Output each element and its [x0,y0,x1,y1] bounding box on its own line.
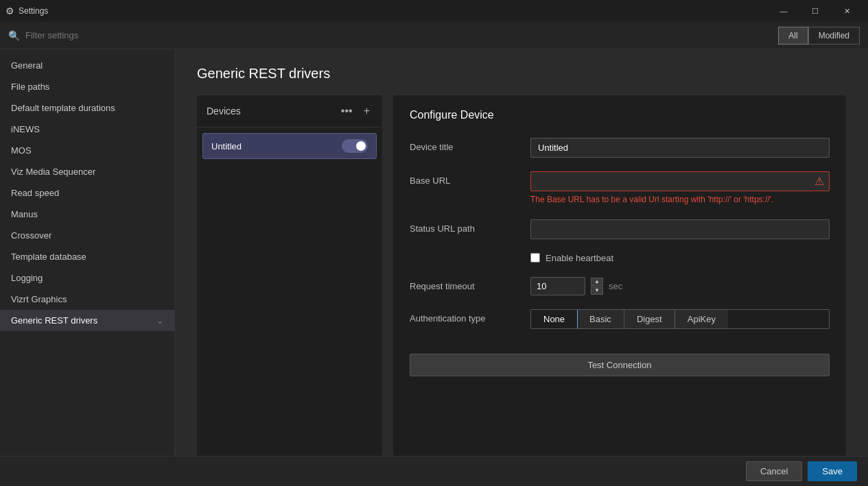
auth-type-label: Authentication type [410,309,519,324]
sidebar-item-logging[interactable]: Logging [0,267,174,289]
timeout-input[interactable] [530,277,585,295]
test-connection-button[interactable]: Test Connection [410,354,830,376]
devices-title: Devices [207,106,241,117]
heartbeat-label: Enable heartbeat [546,253,613,263]
timeout-unit: sec [609,281,622,291]
sidebar-item-label: Generic REST drivers [11,315,97,326]
sidebar-item-label: MOS [11,145,32,156]
configure-panel: Configure Device Device title Base URL ⚠ [393,95,846,456]
sidebar-item-general[interactable]: General [0,55,174,76]
base-url-input[interactable] [530,171,830,191]
auth-basic-button[interactable]: Basic [577,310,624,328]
auth-type-control: None Basic Digest ApiKey [530,309,830,329]
auth-type-buttons: None Basic Digest ApiKey [530,309,830,329]
status-url-path-row: Status URL path [410,219,830,239]
sidebar-item-template-database[interactable]: Template database [0,246,174,267]
sidebar-item-default-template-durations[interactable]: Default template durations [0,97,174,119]
spinner-up-button[interactable]: ▲ [591,278,603,286]
base-url-control: ⚠ The Base URL has to be a valid Url sta… [530,171,830,206]
cancel-button[interactable]: Cancel [746,461,802,481]
request-timeout-row: Request timeout ▲ ▼ sec [410,277,830,295]
sidebar-item-label: iNEWS [11,124,40,134]
close-button[interactable]: ✕ [831,0,863,22]
device-toggle[interactable] [342,139,368,153]
request-timeout-control: ▲ ▼ sec [530,277,830,295]
number-input-wrapper: ▲ ▼ sec [530,277,830,295]
base-url-label: Base URL [410,171,519,186]
base-url-error: The Base URL has to be a valid Url start… [530,194,830,206]
content-area: Generic REST drivers Devices ••• + Untit… [175,49,868,456]
sidebar-item-crossover[interactable]: Crossover [0,225,174,246]
sidebar-item-label: Default template durations [11,103,115,113]
configure-title: Configure Device [410,109,830,121]
page-title: Generic REST drivers [197,66,846,82]
search-bar: 🔍 All Modified [0,22,868,49]
minimize-button[interactable]: — [768,0,799,22]
filter-modified-button[interactable]: Modified [808,27,860,45]
spinner-buttons: ▲ ▼ [591,278,603,295]
status-url-label: Status URL path [410,219,519,234]
sidebar-item-label: Template database [11,252,86,262]
auth-none-button[interactable]: None [530,309,578,329]
devices-panel: Devices ••• + Untitled [197,95,382,456]
auth-type-row: Authentication type None Basic Digest Ap… [410,309,830,329]
device-title-input[interactable] [530,138,830,158]
sidebar-item-inews[interactable]: iNEWS [0,119,174,140]
url-input-wrapper: ⚠ [530,171,830,191]
footer: Cancel Save [0,456,868,486]
status-url-control [530,219,830,239]
auth-digest-button[interactable]: Digest [624,310,675,328]
sidebar-item-label: Read speed [11,188,59,198]
title-bar: ⚙ Settings — ☐ ✕ [0,0,868,22]
maximize-button[interactable]: ☐ [799,0,831,22]
heartbeat-control: Enable heartbeat [530,253,830,263]
device-title-control [530,138,830,158]
status-url-input[interactable] [530,219,830,239]
main-layout: General File paths Default template dura… [0,49,868,456]
devices-configure-layout: Devices ••• + Untitled [197,95,846,456]
sidebar-item-label: Viz Media Sequencer [11,167,95,177]
device-title-label: Device title [410,138,519,152]
search-input[interactable] [25,30,773,40]
sidebar-item-mos[interactable]: MOS [0,140,174,161]
title-bar-title: Settings [19,6,48,16]
heartbeat-spacer [410,253,519,257]
sidebar-item-label: Crossover [11,230,51,241]
sidebar-item-generic-rest-drivers[interactable]: Generic REST drivers ⌄ [0,310,174,331]
sidebar-item-label: General [11,60,43,71]
sidebar-item-label: Manus [11,209,38,219]
spinner-down-button[interactable]: ▼ [591,287,603,295]
save-button[interactable]: Save [808,461,857,481]
device-title-row: Device title [410,138,830,158]
toggle-track [342,139,368,153]
list-item[interactable]: Untitled [202,133,377,159]
devices-header: Devices ••• + [197,95,382,127]
search-icon: 🔍 [8,30,20,41]
sidebar-item-label: File paths [11,82,49,92]
settings-app-icon: ⚙ [5,5,14,16]
heartbeat-checkbox[interactable] [530,253,540,263]
sidebar-item-label: Logging [11,273,43,283]
auth-apikey-button[interactable]: ApiKey [675,310,728,328]
sidebar: General File paths Default template dura… [0,49,175,456]
request-timeout-label: Request timeout [410,277,519,291]
base-url-row: Base URL ⚠ The Base URL has to be a vali… [410,171,830,206]
toggle-thumb [356,141,366,151]
sidebar-item-vizrt-graphics[interactable]: Vizrt Graphics [0,289,174,310]
heartbeat-checkbox-row: Enable heartbeat [530,253,830,263]
sidebar-item-read-speed[interactable]: Read speed [0,182,174,204]
filter-all-button[interactable]: All [778,27,808,45]
sidebar-item-label: Vizrt Graphics [11,294,67,304]
sidebar-item-manus[interactable]: Manus [0,204,174,225]
device-name: Untitled [211,141,242,151]
devices-header-actions: ••• + [338,104,373,119]
error-icon: ⚠ [814,175,824,188]
sidebar-item-viz-media-sequencer[interactable]: Viz Media Sequencer [0,161,174,182]
add-device-button[interactable]: + [361,104,373,119]
chevron-down-icon: ⌄ [156,316,163,326]
devices-more-button[interactable]: ••• [338,104,355,119]
sidebar-item-file-paths[interactable]: File paths [0,76,174,97]
title-bar-controls: — ☐ ✕ [768,0,863,22]
filter-buttons: All Modified [778,27,860,45]
title-bar-left: ⚙ Settings [5,5,48,16]
